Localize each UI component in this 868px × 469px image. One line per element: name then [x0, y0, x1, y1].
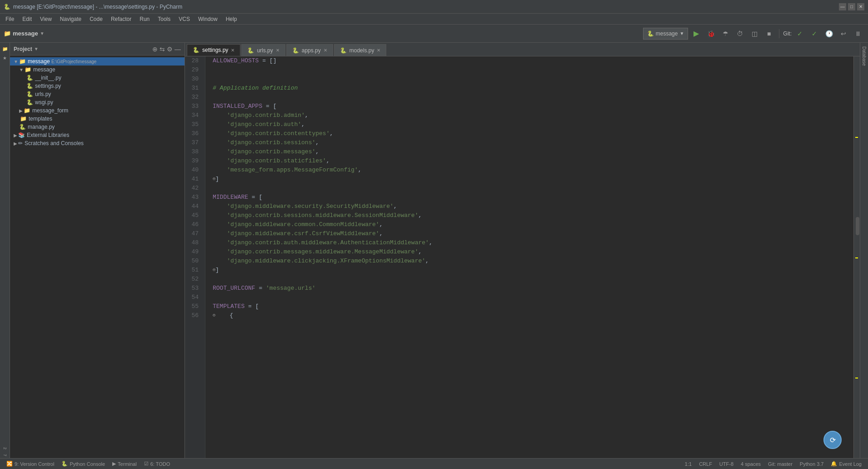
menu-file[interactable]: File — [2, 15, 18, 23]
code-content[interactable]: ALLOWED_HOSTS = [] # Application definit… — [205, 56, 853, 458]
code-line-54 — [213, 293, 846, 302]
code-line-34: 'django.contrib.admin', — [213, 111, 846, 120]
add-file-button[interactable]: ⊕ — [152, 45, 158, 53]
menu-view[interactable]: View — [36, 15, 55, 23]
run-with-coverage-button[interactable]: ☂ — [719, 27, 732, 40]
git-branch[interactable]: Git: master — [765, 461, 795, 467]
tree-item-wsgi[interactable]: 🐍 wsgi.py — [10, 98, 185, 106]
minimize-panel-button[interactable]: — — [175, 45, 181, 53]
indent-setting[interactable]: 4 spaces — [738, 461, 763, 467]
scrollbar-markers[interactable] — [853, 56, 860, 458]
bookmark-icon[interactable]: ★ — [1, 54, 9, 62]
cursor-position: 1:1 — [682, 461, 694, 467]
tree-item-label: message_form — [32, 107, 68, 114]
tree-item-external-libraries[interactable]: ▶ 📚 External Libraries — [10, 131, 185, 139]
project-header-actions: ⊕ ⇆ ⚙ — — [152, 45, 181, 53]
tab-apps[interactable]: 🐍 apps.py ✕ — [286, 44, 333, 56]
menu-refactor[interactable]: Refactor — [107, 15, 135, 23]
database-panel-label[interactable]: Database — [861, 45, 868, 68]
code-line-44: 'django.middleware.security.SecurityMidd… — [213, 202, 846, 211]
menu-help[interactable]: Help — [222, 15, 241, 23]
code-line-39: 'django.contrib.staticfiles', — [213, 156, 846, 166]
code-line-46: 'django.middleware.common.CommonMiddlewa… — [213, 220, 846, 229]
expand-arrow-icon: ▼ — [19, 67, 24, 72]
tree-item-scratches[interactable]: ▶ ✏ Scratches and Consoles — [10, 139, 185, 147]
encoding[interactable]: UTF-8 — [717, 461, 736, 467]
event-log[interactable]: 🔔 Event Log — [828, 461, 864, 467]
python-file-icon: 🐍 — [26, 99, 33, 106]
editor-area: 🐍 settings.py ✕ 🐍 urls.py ✕ 🐍 apps.py ✕ … — [185, 43, 860, 458]
close-button[interactable]: ✕ — [857, 3, 864, 10]
tree-item-message-form[interactable]: ▶ 📁 message_form — [10, 106, 185, 115]
menu-window[interactable]: Window — [195, 15, 221, 23]
code-line-35: 'django.contrib.auth', — [213, 120, 846, 129]
minimize-button[interactable]: — — [839, 3, 846, 10]
menu-edit[interactable]: Edit — [19, 15, 35, 23]
terminal-tab[interactable]: ▶ Terminal — [110, 461, 140, 467]
git-check-button[interactable]: ✓ — [793, 27, 806, 40]
code-editor[interactable]: 28 29 30 31 32 33 34 35 36 37 38 39 40 4… — [185, 56, 860, 458]
tree-item-init[interactable]: 🐍 __init__.py — [10, 74, 185, 82]
menu-tools[interactable]: Tools — [154, 15, 174, 23]
tree-item-label: Scratches and Consoles — [25, 140, 84, 146]
python-file-icon: 🐍 — [292, 47, 299, 54]
expand-arrow-icon: ▶ — [14, 133, 17, 138]
code-line-41: ⊖] — [213, 175, 846, 184]
stop-button[interactable]: ■ — [763, 27, 775, 40]
tab-close-button[interactable]: ✕ — [276, 48, 279, 53]
vcs-icon: 🔀 — [6, 461, 13, 467]
git-push-button[interactable]: ✓ — [808, 27, 821, 40]
git-history-button[interactable]: 🕐 — [823, 27, 835, 40]
event-log-label: Event Log — [839, 461, 862, 467]
git-pause-button[interactable]: ⏸ — [852, 27, 864, 40]
run-configuration[interactable]: 🐍 message ▼ — [643, 28, 688, 40]
menu-vcs[interactable]: VCS — [175, 15, 194, 23]
menu-run[interactable]: Run — [136, 15, 153, 23]
project-folder-icon: 📁 — [4, 30, 11, 37]
tab-models[interactable]: 🐍 models.py ✕ — [334, 44, 387, 56]
tab-settings[interactable]: 🐍 settings.py ✕ — [187, 44, 240, 56]
tree-item-templates[interactable]: 📁 templates — [10, 115, 185, 123]
code-line-40: 'message_form.apps.MessageFormConfig', — [213, 166, 846, 175]
python-console-tab[interactable]: 🐍 Python Console — [59, 461, 108, 467]
tree-item-label: message — [33, 66, 55, 73]
line-ending[interactable]: CRLF — [696, 461, 715, 467]
python-file-icon: 🐍 — [26, 83, 33, 89]
maximize-button[interactable]: □ — [848, 3, 855, 10]
code-line-29 — [213, 66, 846, 75]
tree-item-message-folder[interactable]: ▼ 📁 message — [10, 66, 185, 74]
code-line-42 — [213, 184, 846, 193]
python-version[interactable]: Python 3.7 — [797, 461, 827, 467]
tab-close-button[interactable]: ✕ — [231, 48, 234, 53]
settings-icon[interactable]: ⚙ — [167, 45, 173, 53]
project-folder-icon: 📁 — [19, 58, 26, 65]
concurrency-button[interactable]: ◫ — [748, 27, 761, 40]
tab-urls[interactable]: 🐍 urls.py ✕ — [241, 44, 285, 56]
tree-root-item[interactable]: ▼ 📁 message E:\GitProject\message — [10, 57, 185, 66]
menu-navigate[interactable]: Navigate — [56, 15, 85, 23]
favorites-icon[interactable]: 2 — [2, 445, 8, 451]
scrollbar-thumb[interactable] — [856, 217, 859, 235]
git-revert-button[interactable]: ↩ — [837, 27, 850, 40]
run-button[interactable]: ▶ — [690, 27, 703, 40]
tab-close-button[interactable]: ✕ — [324, 48, 327, 53]
structure-icon[interactable]: 7 — [2, 452, 8, 458]
tree-item-settings[interactable]: 🐍 settings.py — [10, 82, 185, 90]
code-line-56: ⊖ { — [213, 311, 846, 320]
git-label: Git: — [783, 30, 792, 37]
tree-item-urls[interactable]: 🐍 urls.py — [10, 90, 185, 98]
tree-root-label: message E:\GitProject\message — [28, 58, 97, 65]
floating-action-button[interactable]: ⟳ — [823, 431, 842, 449]
project-view-icon[interactable]: 📁 — [1, 45, 9, 53]
sync-button[interactable]: ⇆ — [160, 45, 165, 53]
tree-item-manage[interactable]: 🐍 manage.py — [10, 123, 185, 131]
menu-code[interactable]: Code — [86, 15, 106, 23]
python-file-icon: 🐍 — [26, 91, 33, 97]
debug-button[interactable]: 🐞 — [704, 27, 717, 40]
scroll-marker-warning2 — [855, 257, 858, 258]
tab-close-button[interactable]: ✕ — [377, 48, 380, 53]
version-control-tab[interactable]: 🔀 9: Version Control — [4, 461, 57, 467]
profile-button[interactable]: ⏱ — [733, 27, 746, 40]
todo-tab[interactable]: ☑ 6: TODO — [141, 461, 173, 467]
toolbar-project-label: message — [13, 30, 38, 37]
